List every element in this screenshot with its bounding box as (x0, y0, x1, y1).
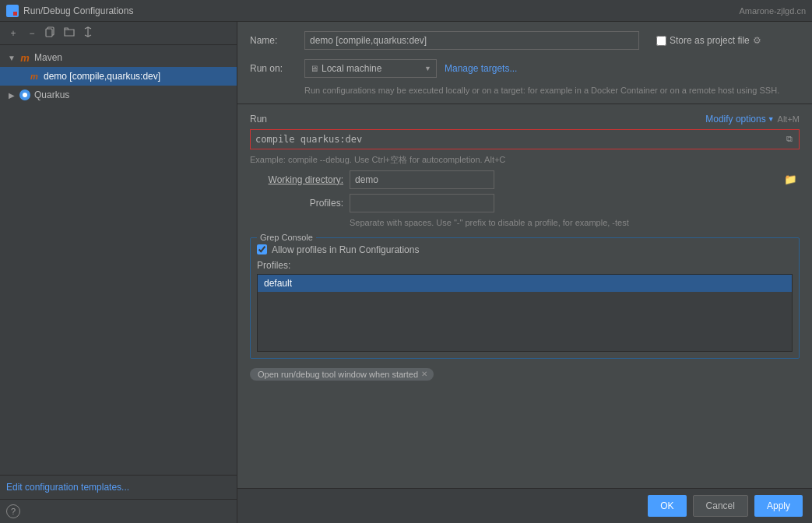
grep-console-inner: Allow profiles in Run Configurations Pro… (251, 244, 799, 358)
sidebar: + − (0, 22, 237, 523)
local-machine-text: Local machine (322, 63, 421, 74)
profiles-label: Profiles: (250, 198, 343, 209)
working-directory-label: Working directory: (250, 174, 343, 185)
tag-label: Open run/debug tool window when started (258, 370, 418, 379)
profiles-wrapper (350, 194, 800, 212)
tree-item-maven[interactable]: ▼ m Maven (0, 48, 237, 67)
minus-icon: − (29, 28, 34, 39)
copy-config-button[interactable] (42, 25, 59, 42)
help-area: ? (0, 499, 237, 523)
copy-command-button[interactable]: ⧉ (781, 131, 798, 148)
tree-item-quarkus[interactable]: ▶ Quarkus (0, 86, 237, 104)
edit-templates-link[interactable]: Edit configuration templates... (6, 482, 129, 493)
cancel-button[interactable]: Cancel (693, 495, 748, 517)
sidebar-footer: Edit configuration templates... (0, 475, 237, 499)
working-directory-row: Working directory: 📁 (250, 170, 800, 189)
command-hint: Example: compile --debug. Use Ctrl+空格 fo… (250, 153, 800, 170)
chevron-down-icon: ▼ (768, 115, 775, 123)
svg-rect-0 (8, 6, 12, 10)
help-button[interactable]: ? (6, 504, 20, 518)
run-on-label: Run on: (250, 63, 297, 74)
apply-button[interactable]: Apply (754, 495, 803, 517)
sidebar-tree: ▼ m Maven m demo [compile,quarkus:dev] ▶… (0, 45, 237, 475)
run-on-info: Run configurations may be executed local… (237, 81, 812, 100)
store-project-checkbox[interactable] (656, 36, 666, 46)
clipboard-icon: ⧉ (786, 134, 793, 144)
grep-console-section: Grep Console Allow profiles in Run Confi… (250, 237, 800, 359)
working-directory-input[interactable] (350, 170, 494, 189)
tag-close-button[interactable]: ✕ (421, 370, 427, 378)
sort-icon (83, 26, 93, 40)
working-directory-wrapper: 📁 (350, 170, 800, 189)
store-gear-icon[interactable]: ⚙ (753, 35, 761, 46)
svg-rect-3 (13, 12, 17, 16)
dropdown-arrow-icon: ▼ (424, 65, 431, 72)
profiles-row: Profiles: (250, 194, 800, 212)
grep-profile-item-default[interactable]: default (258, 275, 792, 292)
move-up-button[interactable] (61, 25, 78, 42)
quarkus-icon (19, 89, 31, 101)
name-label: Name: (250, 35, 297, 46)
folder-icon (64, 26, 75, 40)
tree-quarkus-arrow: ▶ (6, 90, 17, 100)
grep-profiles-list: default (257, 274, 793, 352)
name-row: Name: Store as project file ⚙ (237, 22, 812, 56)
add-config-button[interactable]: + (5, 25, 22, 42)
run-section-header: Run Modify options ▼ Alt+M (250, 114, 800, 125)
title-bar: Run/Debug Configurations Amarone-zjlgd.c… (0, 0, 812, 22)
tag-chip-open-window: Open run/debug tool window when started … (250, 368, 434, 381)
run-on-row: Run on: 🖥 Local machine ▼ Manage targets… (237, 56, 812, 81)
plus-icon: + (10, 28, 16, 39)
name-input[interactable] (304, 31, 639, 50)
svg-rect-1 (13, 6, 17, 10)
folder-browse-icon: 📁 (784, 174, 797, 185)
maven-item-icon: m (28, 70, 40, 82)
command-input[interactable] (250, 129, 800, 149)
tree-item-demo[interactable]: m demo [compile,quarkus:dev] (0, 67, 237, 86)
copy-icon (45, 26, 56, 40)
tree-expand-arrow: ▼ (6, 52, 17, 63)
modify-options-button[interactable]: Modify options ▼ (705, 114, 774, 125)
command-input-wrapper: ⧉ (250, 129, 800, 149)
main-content: + − (0, 22, 812, 523)
grep-console-title: Grep Console (257, 233, 316, 242)
computer-icon: 🖥 (310, 64, 318, 73)
bottom-bar: OK Cancel Apply (237, 488, 812, 523)
divider-1 (237, 104, 812, 104)
run-on-dropdown[interactable]: 🖥 Local machine ▼ (304, 59, 437, 78)
run-section-title: Run (250, 114, 267, 125)
modify-options-label: Modify options (705, 114, 765, 125)
manage-targets-link[interactable]: Manage targets... (445, 63, 517, 74)
grep-profiles-label: Profiles: (257, 260, 793, 271)
app-icon (6, 5, 19, 17)
right-panel: Name: Store as project file ⚙ Run on: 🖥 … (237, 22, 812, 523)
title-bar-left: Run/Debug Configurations (6, 5, 133, 17)
ok-button[interactable]: OK (648, 495, 686, 517)
question-icon: ? (11, 507, 16, 516)
tags-area: Open run/debug tool window when started … (237, 363, 812, 385)
store-project-label: Store as project file (670, 35, 750, 46)
modify-options-area: Modify options ▼ Alt+M (705, 114, 800, 125)
maven-group-icon: m (19, 51, 31, 64)
svg-rect-2 (8, 12, 12, 16)
svg-rect-5 (46, 29, 52, 37)
tree-demo-label: demo [compile,quarkus:dev] (44, 71, 160, 82)
browse-directory-button[interactable]: 📁 (782, 172, 798, 188)
allow-profiles-row: Allow profiles in Run Configurations (257, 244, 793, 255)
sidebar-toolbar: + − (0, 22, 237, 45)
tree-quarkus-label: Quarkus (34, 90, 69, 100)
modify-options-shortcut: Alt+M (778, 114, 800, 124)
store-project-area: Store as project file ⚙ (656, 35, 761, 46)
window-info: Amarone-zjlgd.cn (739, 6, 806, 16)
allow-profiles-label: Allow profiles in Run Configurations (272, 244, 419, 255)
profiles-input[interactable] (350, 194, 494, 212)
window-title: Run/Debug Configurations (23, 5, 133, 16)
tree-maven-label: Maven (34, 52, 62, 63)
profiles-hint: Separate with spaces. Use "-" prefix to … (350, 216, 629, 232)
sort-button[interactable] (79, 25, 97, 42)
allow-profiles-checkbox[interactable] (257, 244, 267, 254)
run-section: Run Modify options ▼ Alt+M ⧉ Example: co… (237, 107, 812, 234)
remove-config-button[interactable]: − (23, 25, 40, 42)
